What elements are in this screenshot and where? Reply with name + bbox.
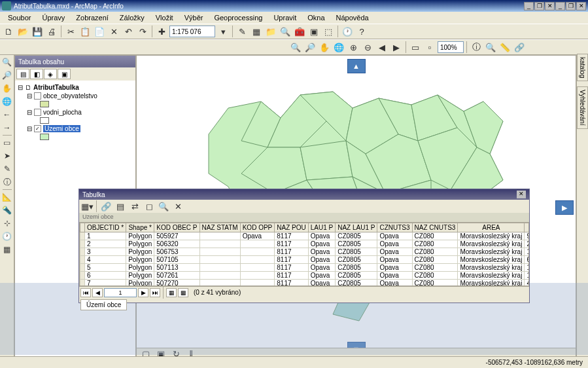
nav-next-button[interactable]: ▶ bbox=[138, 288, 148, 297]
checkbox-icon[interactable]: ✓ bbox=[34, 125, 41, 132]
table-row[interactable]: 7Polygon5072708117OpavaCZ0805OpavaCZ080M… bbox=[80, 280, 530, 287]
minimize-button-2[interactable]: _ bbox=[555, 2, 565, 10]
editor-icon[interactable]: ✎ bbox=[235, 25, 249, 38]
table-row[interactable]: 6Polygon5072618117OpavaCZ0805OpavaCZ080M… bbox=[80, 272, 530, 280]
column-header[interactable]: KOD OBEC P bbox=[154, 223, 199, 232]
menu-vyber[interactable]: Výběr bbox=[179, 12, 209, 23]
zoomout-tool-icon[interactable]: 🔎 bbox=[1, 69, 13, 81]
close-button[interactable]: ✕ bbox=[545, 2, 555, 10]
table-row[interactable]: 3Polygon5067538117OpavaCZ0805OpavaCZ080M… bbox=[80, 248, 530, 256]
pointer-tool-icon[interactable]: ➤ bbox=[1, 150, 13, 162]
zoomout-icon[interactable]: 🔎 bbox=[303, 41, 317, 54]
table-close-button[interactable]: ✕ bbox=[517, 191, 526, 198]
table-row[interactable]: 5Polygon5071138117OpavaCZ0805OpavaCZ080M… bbox=[80, 264, 530, 272]
print-icon[interactable]: 🖨 bbox=[45, 25, 58, 38]
fixed-zoomin-icon[interactable]: ⊕ bbox=[347, 41, 360, 54]
full-extent-icon[interactable]: 🌐 bbox=[332, 41, 345, 54]
table-tab-uzemi[interactable]: Území obce bbox=[80, 299, 127, 310]
pan-up-button[interactable]: ▲ bbox=[347, 59, 366, 73]
nav-first-button[interactable]: ⏮ bbox=[80, 288, 91, 297]
toolbox-icon[interactable]: 🧰 bbox=[293, 25, 306, 38]
open-icon[interactable]: 📂 bbox=[16, 25, 29, 38]
menu-upravy[interactable]: Úpravy bbox=[37, 12, 70, 23]
dropdown-icon[interactable]: ▾ bbox=[216, 25, 230, 38]
undo-icon[interactable]: ↶ bbox=[122, 25, 135, 38]
edit-tool-icon[interactable]: ✎ bbox=[1, 163, 13, 175]
checkbox-icon[interactable] bbox=[34, 92, 41, 100]
measure-icon[interactable]: 📏 bbox=[498, 41, 511, 54]
prev-extent-icon[interactable]: ◀ bbox=[375, 41, 389, 54]
save-icon[interactable]: 💾 bbox=[31, 25, 44, 38]
tree-layer-obce[interactable]: ⊟ obce_obyvatelstvo bbox=[18, 92, 133, 100]
copy-icon[interactable]: 📋 bbox=[78, 25, 92, 38]
minimize-button[interactable]: _ bbox=[524, 2, 534, 10]
table-grid[interactable]: OBJECTID *Shape *KOD OBEC PNAZ STATMKOD … bbox=[79, 222, 529, 286]
nav-record-input[interactable] bbox=[104, 288, 137, 297]
search-tab[interactable]: Vyhledávání bbox=[577, 86, 588, 129]
find-tool-icon[interactable]: 🔦 bbox=[1, 204, 13, 216]
fixed-zoomout-icon[interactable]: ⊖ bbox=[361, 41, 374, 54]
pan-icon[interactable]: ✋ bbox=[318, 41, 331, 54]
toc-tab-drawing[interactable]: ▤ bbox=[16, 69, 29, 79]
menu-soubor[interactable]: Soubor bbox=[3, 12, 36, 23]
menu-geoprocessing[interactable]: Geoprocessing bbox=[209, 12, 268, 23]
fwd-tool-icon[interactable]: → bbox=[1, 122, 13, 134]
zoom-selected-icon[interactable]: 🔍 bbox=[157, 200, 170, 213]
toc-tab-visibility[interactable]: ◈ bbox=[44, 69, 57, 79]
search-icon[interactable]: 🔍 bbox=[279, 25, 292, 38]
back-tool-icon[interactable]: ← bbox=[1, 109, 13, 120]
clear-selection-icon[interactable]: ◻ bbox=[143, 200, 156, 213]
next-extent-icon[interactable]: ▶ bbox=[390, 41, 403, 54]
paste-icon[interactable]: 📄 bbox=[93, 25, 106, 38]
identify-tool-icon[interactable]: ⓘ bbox=[1, 176, 13, 188]
column-header[interactable]: KOD OPP bbox=[240, 223, 275, 232]
column-header[interactable]: NAZ CNUTS3 bbox=[412, 223, 458, 232]
table-row[interactable]: 1Polygon505927Opava8117OpavaCZ0805OpavaC… bbox=[80, 232, 530, 240]
time-icon[interactable]: 🕐 bbox=[341, 25, 354, 38]
column-header[interactable]: PERIMETER bbox=[525, 223, 529, 232]
restore-button[interactable]: ❐ bbox=[534, 2, 544, 10]
column-header[interactable]: NAZ LAU1 P bbox=[336, 223, 377, 232]
toc-tab-selection[interactable]: ▣ bbox=[58, 69, 71, 79]
toc-icon[interactable]: ▦ bbox=[250, 25, 263, 38]
identify-icon[interactable]: ⓘ bbox=[470, 41, 483, 54]
nav-last-button[interactable]: ⏭ bbox=[150, 288, 160, 297]
catalog-tab[interactable]: katalog bbox=[577, 54, 588, 81]
menu-upravit[interactable]: Upravit bbox=[268, 12, 302, 23]
html-tool-icon[interactable]: ▦ bbox=[1, 244, 13, 255]
catalog-icon[interactable]: 📁 bbox=[264, 25, 277, 38]
model-icon[interactable]: ⬚ bbox=[322, 25, 335, 38]
column-header[interactable]: LAU1 P bbox=[308, 223, 335, 232]
column-header[interactable]: AREA bbox=[458, 223, 525, 232]
column-header[interactable]: NAZ POU bbox=[275, 223, 308, 232]
menu-napoveda[interactable]: Nápověda bbox=[331, 12, 374, 23]
delete-selected-icon[interactable]: ✕ bbox=[171, 200, 184, 213]
clear-sel-icon[interactable]: ▫ bbox=[423, 41, 436, 54]
redo-icon[interactable]: ↷ bbox=[136, 25, 149, 38]
hyperlink-icon[interactable]: 🔗 bbox=[513, 41, 526, 54]
python-icon[interactable]: ▣ bbox=[307, 25, 320, 38]
table-titlebar[interactable]: Tabulka ✕ bbox=[79, 189, 529, 200]
xy-tool-icon[interactable]: ⊹ bbox=[1, 217, 13, 229]
restore-button-2[interactable]: ❐ bbox=[566, 2, 576, 10]
cut-icon[interactable]: ✂ bbox=[64, 25, 77, 38]
new-icon[interactable]: 🗋 bbox=[2, 25, 15, 38]
show-selected-button[interactable]: ▩ bbox=[178, 288, 188, 297]
extent-tool-icon[interactable]: 🌐 bbox=[1, 96, 13, 107]
zoom-tool-icon[interactable]: 🔍 bbox=[1, 56, 13, 68]
tree-layer-vodni[interactable]: ⊟ vodni_plocha bbox=[18, 108, 133, 117]
menu-zalozky[interactable]: Záložky bbox=[114, 12, 150, 23]
toc-tab-source[interactable]: ◧ bbox=[30, 69, 43, 79]
find-icon[interactable]: 🔍 bbox=[484, 41, 497, 54]
column-header[interactable] bbox=[80, 223, 85, 232]
menu-vlozit[interactable]: Vložit bbox=[150, 12, 179, 23]
related-tables-icon[interactable]: 🔗 bbox=[99, 200, 112, 213]
menu-zobrazeni[interactable]: Zobrazení bbox=[71, 12, 114, 23]
close-button-2[interactable]: ✕ bbox=[576, 2, 586, 10]
column-header[interactable]: Shape * bbox=[126, 223, 154, 232]
time-tool-icon[interactable]: 🕐 bbox=[1, 230, 13, 242]
zoomin-icon[interactable]: 🔍 bbox=[289, 41, 302, 54]
nav-prev-button[interactable]: ◀ bbox=[92, 288, 103, 297]
help-icon[interactable]: ? bbox=[355, 25, 368, 38]
show-all-button[interactable]: ▦ bbox=[166, 288, 177, 297]
